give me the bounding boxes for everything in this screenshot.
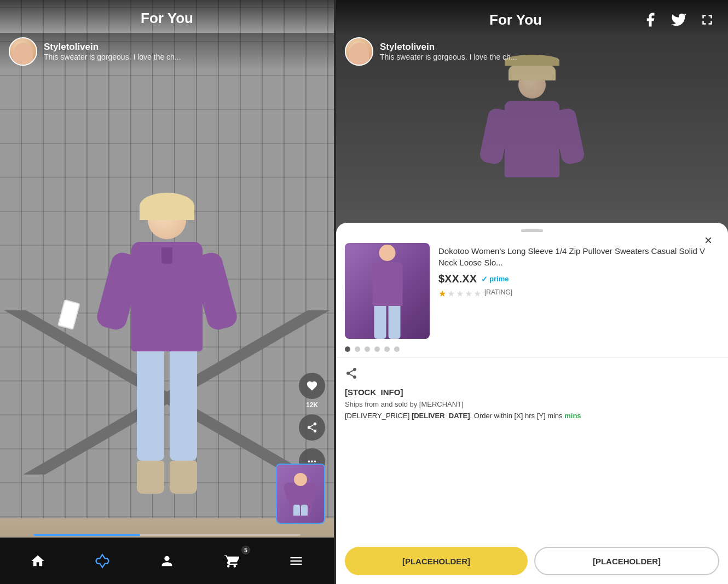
figure-legs: [134, 351, 200, 461]
product-thumb-svg: [281, 472, 320, 516]
avatar: [9, 37, 37, 66]
right-body: [505, 101, 559, 177]
menu-icon: [288, 553, 304, 569]
fullscreen-button[interactable]: [697, 10, 717, 30]
figure-leg-right: [170, 351, 197, 461]
card-divider: [336, 357, 728, 358]
nav-profile[interactable]: [153, 549, 181, 573]
star-rating: ★ ★ ★ ★ ★ [RATING]: [438, 288, 719, 299]
ships-from: Ships from and sold by [MERCHANT]: [345, 400, 719, 408]
product-price: $XX.XX: [438, 273, 477, 285]
social-icons: [640, 10, 717, 30]
nav-menu[interactable]: [282, 549, 310, 573]
secondary-cta-button[interactable]: [PLACEHOLDER]: [534, 547, 719, 575]
right-header: For You: [336, 0, 728, 35]
dot-4[interactable]: [374, 346, 380, 352]
product-info: Dokotoo Women's Long Sleeve 1/4 Zip Pull…: [438, 243, 719, 339]
rating-label: [RATING]: [484, 288, 512, 299]
product-image: [345, 243, 430, 339]
avatar-silhouette: [13, 43, 33, 65]
dot-5[interactable]: [384, 346, 390, 352]
right-username: Styletolivein: [380, 42, 517, 53]
right-figure: [488, 71, 576, 208]
share-button[interactable]: [299, 414, 325, 441]
delivery-info: [DELIVERY_PRICE] [DELIVER_DATE]. Order w…: [345, 410, 719, 421]
heart-icon: [306, 380, 318, 392]
card-product-section: Dokotoo Women's Long Sleeve 1/4 Zip Pull…: [336, 236, 728, 343]
figure-head: [148, 201, 186, 239]
dot-indicators: [336, 343, 728, 355]
product-name: Dokotoo Women's Long Sleeve 1/4 Zip Pull…: [438, 245, 719, 268]
left-user-info: Styletolivein This sweater is gorgeous. …: [0, 33, 334, 70]
right-panel: For You: [336, 0, 728, 584]
left-header: For You: [0, 0, 334, 32]
order-within: Order within [X] hrs [Y] mins: [474, 412, 563, 420]
avatar-image: [10, 38, 36, 65]
dot-3[interactable]: [365, 346, 370, 352]
cart-badge: 5: [241, 546, 250, 554]
card-share-icon: [345, 367, 358, 380]
cta-buttons: [PLACEHOLDER] [PLACEHOLDER]: [336, 538, 728, 584]
figure-hair: [140, 193, 194, 220]
left-panel-title: For You: [141, 10, 193, 27]
deliver-date: [DELIVER_DATE]: [412, 412, 470, 420]
share-icon: [306, 421, 318, 433]
star-3: ★: [456, 288, 464, 299]
progress-bar: [33, 534, 301, 536]
progress-fill: [33, 534, 140, 536]
profile-icon: [159, 553, 175, 569]
prod-head: [379, 245, 396, 261]
like-button[interactable]: [299, 373, 325, 399]
prime-badge: ✓ prime: [481, 275, 509, 284]
right-arm-right: [552, 107, 586, 166]
facebook-button[interactable]: [640, 10, 660, 30]
prime-check-icon: ✓: [481, 275, 488, 284]
twitter-button[interactable]: [669, 10, 689, 30]
action-buttons: 12K: [299, 373, 325, 475]
right-user-text: Styletolivein This sweater is gorgeous. …: [380, 42, 517, 61]
green-highlight: mins: [564, 412, 581, 420]
price-row: $XX.XX ✓ prime: [438, 273, 719, 285]
figure-leg-left: [137, 351, 164, 461]
svg-rect-5: [301, 505, 308, 516]
figure-boot-right: [170, 461, 197, 494]
prod-body: [372, 262, 402, 306]
person-figure: [107, 201, 227, 518]
card-handle: [521, 229, 543, 232]
dot-1[interactable]: [345, 346, 350, 352]
product-thumb-image: [277, 465, 324, 523]
right-panel-title: For You: [347, 11, 640, 28]
prod-leg-left: [374, 306, 386, 339]
bottom-nav: 5: [0, 537, 334, 584]
right-user-caption: This sweater is gorgeous. I love the ch.…: [380, 53, 517, 61]
card-share-button[interactable]: [345, 367, 719, 382]
home-icon: [30, 553, 45, 569]
prod-legs: [372, 306, 402, 339]
cart-icon: [224, 553, 239, 569]
user-caption: This sweater is gorgeous. I love the ch.…: [44, 53, 181, 61]
star-5: ★: [473, 288, 481, 299]
product-thumbnail[interactable]: [276, 464, 325, 524]
card-share-section: [STOCK_INFO] Ships from and sold by [MER…: [336, 360, 728, 428]
primary-cta-button[interactable]: [PLACEHOLDER]: [345, 547, 528, 575]
explore-icon: [95, 553, 110, 569]
product-card: × Dokotoo Women's Long Sleeve 1/4 Zip: [336, 223, 728, 584]
left-panel: For You: [0, 0, 334, 584]
right-user-info: Styletolivein This sweater is gorgeous. …: [336, 33, 728, 70]
svg-rect-4: [293, 505, 300, 516]
main-image: Styletolivein This sweater is gorgeous. …: [0, 0, 334, 584]
stock-info: [STOCK_INFO]: [345, 388, 719, 397]
prod-person: [372, 245, 402, 339]
figure-boot-left: [137, 461, 164, 494]
nav-home[interactable]: [24, 549, 52, 573]
card-close-button[interactable]: ×: [700, 232, 717, 249]
dot-6[interactable]: [394, 346, 400, 352]
nav-explore[interactable]: [88, 549, 117, 573]
user-text: Styletolivein This sweater is gorgeous. …: [44, 42, 181, 61]
right-avatar-image: [346, 38, 372, 65]
star-1: ★: [438, 288, 446, 299]
twitter-icon: [671, 11, 687, 28]
nav-cart[interactable]: 5: [217, 549, 246, 573]
star-4: ★: [465, 288, 472, 299]
dot-2[interactable]: [355, 346, 360, 352]
